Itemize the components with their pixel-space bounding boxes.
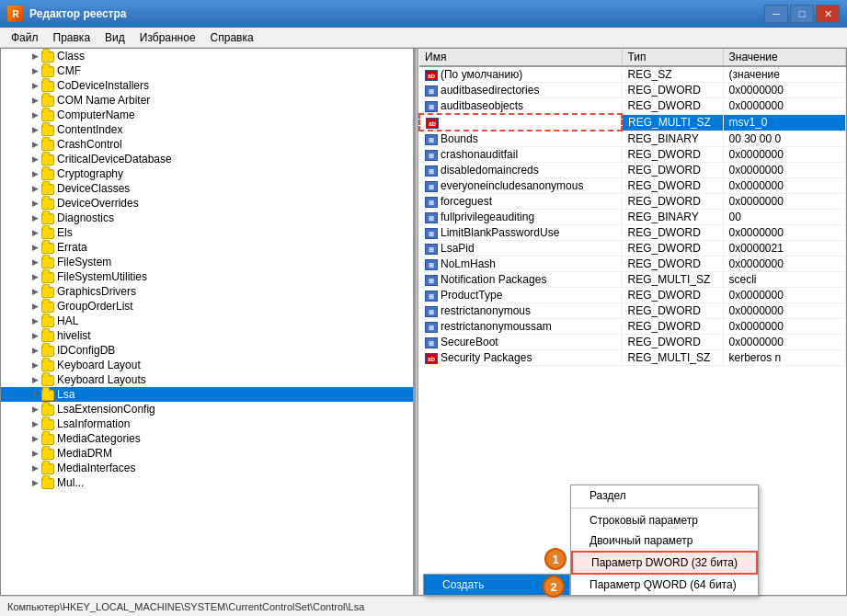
tree-item-com-name-arbiter[interactable]: ▶COM Name Arbiter <box>1 93 413 108</box>
folder-icon <box>41 449 54 460</box>
tree-item-мul...[interactable]: ▶Мul... <box>1 475 413 490</box>
cell-name: ⊞restrictanonymous <box>419 303 622 319</box>
tree-item-mediacategories[interactable]: ▶MediaCategories <box>1 431 413 446</box>
table-row[interactable]: ab(По умолчанию)REG_SZ(значение <box>419 66 846 83</box>
cell-value: 0x0000000 <box>723 257 846 272</box>
close-button[interactable]: ✕ <box>816 5 840 23</box>
table-row[interactable]: ⊞NoLmHashREG_DWORD0x0000000 <box>419 257 846 272</box>
tree-item-criticaldevicedatabase[interactable]: ▶CriticalDeviceDatabase <box>1 152 413 166</box>
menu-edit[interactable]: Правка <box>46 29 98 46</box>
tree-item-cryptography[interactable]: ▶Cryptography <box>1 166 413 181</box>
menu-favorites[interactable]: Избранное <box>132 29 203 46</box>
table-row[interactable]: ⊞forceguestREG_DWORD0x0000000 <box>419 194 846 210</box>
table-row[interactable]: abAuthentication PackagesREG_MULTI_SZmsv… <box>419 114 846 131</box>
cell-value: 0x0000021 <box>723 241 846 257</box>
expand-arrow: ▶ <box>30 257 40 267</box>
tree-label: Мul... <box>57 476 84 489</box>
folder-icon <box>41 243 54 254</box>
tree-label: CoDeviceInstallers <box>57 79 149 92</box>
tree-item-hal[interactable]: ▶HAL <box>1 314 413 328</box>
cell-type: REG_DWORD <box>622 147 723 163</box>
cell-name: ⊞ProductType <box>419 288 622 303</box>
expand-arrow: ▶ <box>30 140 40 149</box>
submenu-item-qword[interactable]: Параметр QWORD (64 бита) <box>571 575 758 595</box>
submenu: Раздел Строковый параметр Двоичный парам… <box>570 485 759 596</box>
tree-label: ComputerName <box>57 108 135 121</box>
tree-item-graphicsdrivers[interactable]: ▶GraphicsDrivers <box>1 284 413 299</box>
tree-item-els[interactable]: ▶Els <box>1 225 413 240</box>
folder-icon <box>41 96 54 107</box>
reg-type-icon: ⊞ <box>425 275 438 286</box>
table-row[interactable]: ⊞restrictanonymousREG_DWORD0x0000000 <box>419 303 846 319</box>
tree-item-cmf[interactable]: ▶CMF <box>1 63 413 78</box>
cell-type: REG_MULTI_SZ <box>622 114 723 131</box>
tree-item-idconfigdb[interactable]: ▶IDConfigDB <box>1 343 413 358</box>
tree-item-mediadrm[interactable]: ▶MediaDRM <box>1 446 413 461</box>
tree-item-contentindex[interactable]: ▶ContentIndex <box>1 122 413 137</box>
tree-item-grouporderlist[interactable]: ▶GroupOrderList <box>1 299 413 314</box>
table-row[interactable]: ⊞crashonauditfailREG_DWORD0x0000000 <box>419 147 846 163</box>
tree-item-computername[interactable]: ▶ComputerName <box>1 108 413 122</box>
table-row[interactable]: ⊞fullprivilegeauditingREG_BINARY00 <box>419 210 846 225</box>
tree-item-deviceoverrides[interactable]: ▶DeviceOverrides <box>1 196 413 211</box>
expand-arrow: ▶ <box>30 419 40 428</box>
table-row[interactable]: ⊞restrictanonymoussamREG_DWORD0x0000000 <box>419 319 846 335</box>
table-row[interactable]: abSecurity PackagesREG_MULTI_SZkerberos … <box>419 350 846 366</box>
tree-item-filesystemutilities[interactable]: ▶FileSystemUtilities <box>1 269 413 284</box>
expand-arrow: ▶ <box>30 463 40 473</box>
table-row[interactable]: ⊞SecureBootREG_DWORD0x0000000 <box>419 335 846 350</box>
tree-item-keyboard-layout[interactable]: ▶Keyboard Layout <box>1 358 413 372</box>
tree-item-keyboard-layouts[interactable]: ▶Keyboard Layouts <box>1 372 413 387</box>
tree-item-filesystem[interactable]: ▶FileSystem <box>1 255 413 269</box>
table-row[interactable]: ⊞LimitBlankPasswordUseREG_DWORD0x0000000 <box>419 225 846 241</box>
table-row[interactable]: ⊞LsaPidREG_DWORD0x0000021 <box>419 241 846 257</box>
tree-item-errata[interactable]: ▶Errata <box>1 240 413 255</box>
tree-label: DeviceOverrides <box>57 197 139 210</box>
tree-item-codeviceinstallers[interactable]: ▶CoDeviceInstallers <box>1 78 413 93</box>
reg-type-icon: ab <box>426 118 439 129</box>
submenu-item-binary[interactable]: Двоичный параметр <box>571 530 758 551</box>
tree-container[interactable]: ▶Class▶CMF▶CoDeviceInstallers▶COM Name A… <box>1 49 413 595</box>
folder-icon <box>41 463 54 474</box>
tree-label: Keyboard Layout <box>57 359 141 371</box>
tree-label: MediaCategories <box>57 432 141 445</box>
minimize-button[interactable]: ─ <box>764 5 788 23</box>
tree-item-deviceclasses[interactable]: ▶DeviceClasses <box>1 181 413 196</box>
menu-help[interactable]: Справка <box>203 29 261 46</box>
tree-label: Keyboard Layouts <box>57 373 146 386</box>
folder-icon <box>41 272 54 283</box>
expand-arrow: ▶ <box>30 272 40 281</box>
table-row[interactable]: ⊞ProductTypeREG_DWORD0x0000000 <box>419 288 846 303</box>
submenu-item-dword[interactable]: Параметр DWORD (32 бита) <box>571 551 758 575</box>
menu-file[interactable]: Файл <box>4 29 46 46</box>
maximize-button[interactable]: □ <box>790 5 814 23</box>
tree-item-hivelist[interactable]: ▶hivelist <box>1 328 413 343</box>
folder-icon <box>41 169 54 180</box>
tree-item-mediainterfaces[interactable]: ▶MediaInterfaces <box>1 461 413 475</box>
folder-icon <box>41 287 54 298</box>
cell-value: 0x0000000 <box>723 303 846 319</box>
table-row[interactable]: ⊞disabledomaincredsREG_DWORD0x0000000 <box>419 163 846 178</box>
cell-value: 0x0000000 <box>723 163 846 178</box>
submenu-item-razdel[interactable]: Раздел <box>571 485 758 506</box>
tree-item-lsaextensionconfig[interactable]: ▶LsaExtensionConfig <box>1 402 413 416</box>
table-row[interactable]: ⊞auditbasedirectoriesREG_DWORD0x0000000 <box>419 83 846 98</box>
submenu-item-string[interactable]: Строковый параметр <box>571 510 758 530</box>
tree-label: FileSystem <box>57 256 111 268</box>
table-row[interactable]: ⊞Notification PackagesREG_MULTI_SZscecli <box>419 272 846 288</box>
cell-type: REG_DWORD <box>622 303 723 319</box>
cell-value: 0x0000000 <box>723 147 846 163</box>
table-row[interactable]: ⊞auditbaseobjectsREG_DWORD0x0000000 <box>419 98 846 115</box>
tree-panel: ▶Class▶CMF▶CoDeviceInstallers▶COM Name A… <box>1 49 415 595</box>
cell-type: REG_MULTI_SZ <box>622 350 723 366</box>
reg-type-icon: ⊞ <box>425 244 438 255</box>
menu-view[interactable]: Вид <box>97 29 132 46</box>
tree-item-lsa[interactable]: ▼Lsa <box>1 387 413 402</box>
tree-item-lsainformation[interactable]: ▶LsaInformation <box>1 416 413 431</box>
tree-item-crashcontrol[interactable]: ▶CrashControl <box>1 137 413 152</box>
table-row[interactable]: ⊞BoundsREG_BINARY00 30 00 0 <box>419 131 846 147</box>
tree-item-class[interactable]: ▶Class <box>1 49 413 63</box>
cell-type: REG_DWORD <box>622 98 723 115</box>
tree-item-diagnostics[interactable]: ▶Diagnostics <box>1 211 413 225</box>
table-row[interactable]: ⊞everyoneincludesanonymousREG_DWORD0x000… <box>419 178 846 194</box>
